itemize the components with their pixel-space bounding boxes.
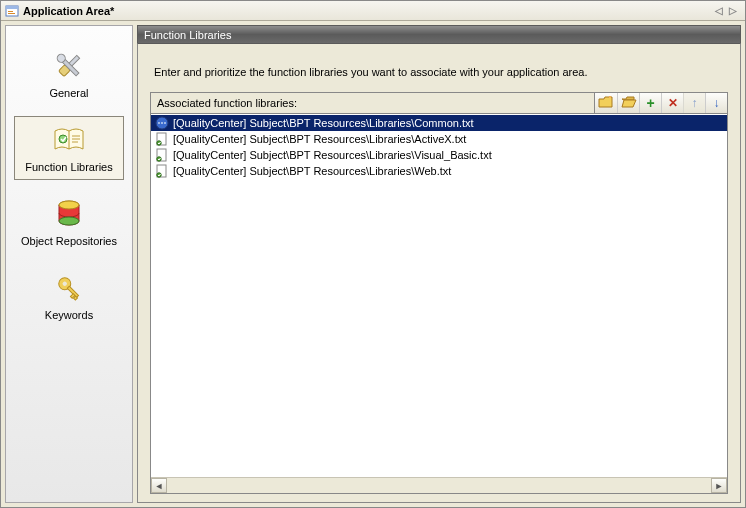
- arrow-down-icon: ↓: [714, 96, 720, 110]
- sidebar-item-function-libraries[interactable]: Function Libraries: [14, 116, 124, 180]
- library-path: [QualityCenter] Subject\BPT Resources\Li…: [173, 133, 466, 145]
- database-icon: [52, 197, 86, 231]
- svg-rect-3: [8, 13, 15, 14]
- sidebar-item-keywords[interactable]: Keywords: [14, 264, 124, 328]
- qc-file-icon: [155, 132, 169, 146]
- library-row[interactable]: [QualityCenter] Subject\BPT Resources\Li…: [151, 131, 727, 147]
- window-title: Application Area*: [23, 5, 114, 17]
- qc-file-icon: [155, 164, 169, 178]
- svg-rect-2: [8, 11, 13, 12]
- svg-point-20: [161, 122, 163, 124]
- associated-label: Associated function libraries:: [150, 92, 594, 114]
- scroll-left-icon[interactable]: ◄: [151, 478, 167, 493]
- new-folder-button[interactable]: [595, 93, 617, 113]
- sidebar-item-label: General: [49, 87, 88, 99]
- remove-icon: ✕: [668, 96, 678, 110]
- sidebar: General Function Libraries: [5, 25, 133, 503]
- library-row[interactable]: [QualityCenter] Subject\BPT Resources\Li…: [151, 163, 727, 179]
- associated-label-text: Associated function libraries:: [157, 97, 297, 109]
- tab-prev-icon[interactable]: ◁: [715, 5, 723, 16]
- library-path: [QualityCenter] Subject\BPT Resources\Li…: [173, 149, 492, 161]
- move-up-button: ↑: [683, 93, 705, 113]
- sidebar-item-general[interactable]: General: [14, 42, 124, 106]
- scroll-right-icon[interactable]: ►: [711, 478, 727, 493]
- open-folder-icon: [621, 95, 637, 111]
- sidebar-item-label: Object Repositories: [21, 235, 117, 247]
- remove-button[interactable]: ✕: [661, 93, 683, 113]
- key-icon: [52, 271, 86, 305]
- library-row[interactable]: [QualityCenter] Subject\BPT Resources\Li…: [151, 147, 727, 163]
- svg-point-11: [59, 217, 79, 225]
- library-path: [QualityCenter] Subject\BPT Resources\Li…: [173, 165, 451, 177]
- library-row[interactable]: [QualityCenter] Subject\BPT Resources\Li…: [151, 115, 727, 131]
- qc-file-icon: [155, 116, 169, 130]
- tab-nav-arrows: ◁ ▷: [715, 5, 741, 16]
- svg-point-17: [610, 97, 611, 98]
- svg-point-10: [59, 201, 79, 209]
- app-icon: [5, 4, 19, 18]
- titlebar: Application Area* ◁ ▷: [1, 1, 745, 21]
- svg-point-21: [164, 122, 166, 124]
- panel-title: Function Libraries: [144, 29, 231, 41]
- sidebar-item-label: Keywords: [45, 309, 93, 321]
- arrow-up-icon: ↑: [692, 96, 698, 110]
- tab-next-icon[interactable]: ▷: [729, 5, 737, 16]
- sidebar-item-object-repositories[interactable]: Object Repositories: [14, 190, 124, 254]
- svg-point-19: [158, 122, 160, 124]
- library-listbox[interactable]: [QualityCenter] Subject\BPT Resources\Li…: [150, 114, 728, 494]
- qc-file-icon: [155, 148, 169, 162]
- book-icon: [52, 123, 86, 157]
- open-folder-button[interactable]: [617, 93, 639, 113]
- add-button[interactable]: +: [639, 93, 661, 113]
- svg-rect-1: [6, 6, 18, 9]
- move-down-button[interactable]: ↓: [705, 93, 727, 113]
- library-path: [QualityCenter] Subject\BPT Resources\Li…: [173, 117, 474, 129]
- tools-icon: [52, 49, 86, 83]
- horizontal-scrollbar[interactable]: ◄ ►: [151, 477, 727, 493]
- new-folder-icon: [598, 95, 614, 111]
- library-toolbar: + ✕ ↑ ↓: [594, 92, 728, 114]
- panel-header: Function Libraries: [137, 25, 741, 43]
- instruction-text: Enter and prioritize the function librar…: [154, 66, 728, 78]
- plus-icon: +: [646, 96, 654, 110]
- main-panel: Function Libraries Enter and prioritize …: [137, 25, 741, 503]
- application-window: Application Area* ◁ ▷: [0, 0, 746, 508]
- sidebar-item-label: Function Libraries: [25, 161, 112, 173]
